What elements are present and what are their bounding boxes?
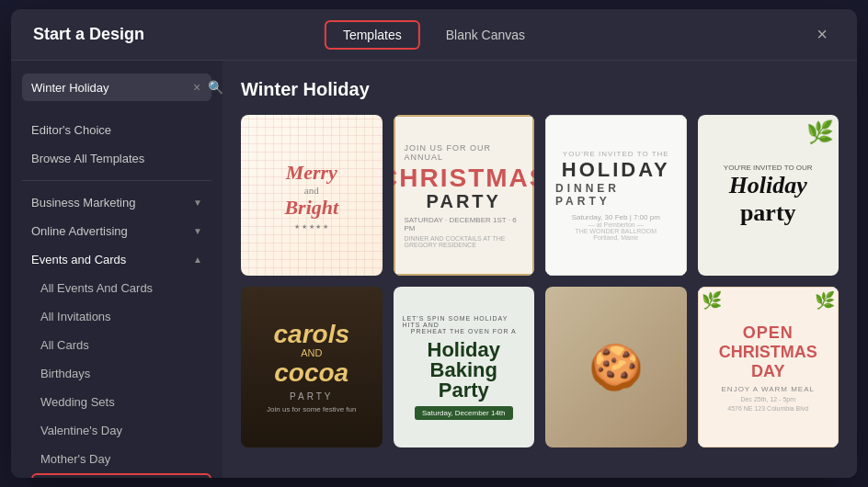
start-a-design-modal: Start a Design Templates Blank Canvas × … xyxy=(11,9,857,478)
template-card-merry-bright[interactable]: Merry and Bright ★ ★ ★ ★ ★ xyxy=(241,115,383,276)
search-input[interactable] xyxy=(31,81,186,95)
template-preview-cookies: 🍪 xyxy=(545,287,687,447)
template-card-open-christmas[interactable]: 🌿 🌿 OPEN CHRISTMAS DAY ENJOY A WARM MEAL… xyxy=(698,287,839,447)
sidebar-item-all-cards[interactable]: All Cards xyxy=(31,331,211,359)
header-tabs: Templates Blank Canvas xyxy=(325,20,543,50)
template-card-carols-cocoa[interactable]: carols AND cocoa PARTY Join us for some … xyxy=(241,287,383,447)
template-preview-holiday-dinner: YOU'RE INVITED TO THE HOLIDAY DINNER PAR… xyxy=(545,115,687,276)
chevron-up-icon: ▲ xyxy=(193,255,202,265)
template-card-christmas-party[interactable]: JOIN US FOR OUR ANNUAL CHRISTMAS PARTY S… xyxy=(394,115,535,276)
template-card-holiday-dinner[interactable]: YOU'RE INVITED TO THE HOLIDAY DINNER PAR… xyxy=(545,115,687,276)
template-preview-open-christmas: 🌿 🌿 OPEN CHRISTMAS DAY ENJOY A WARM MEAL… xyxy=(698,287,839,447)
sidebar-item-browse-all[interactable]: Browse All Templates xyxy=(22,144,211,173)
chevron-down-icon: ▼ xyxy=(193,226,202,236)
sidebar-item-birthdays[interactable]: Birthdays xyxy=(31,359,211,388)
sidebar-item-editors-choice[interactable]: Editor's Choice xyxy=(22,116,211,144)
events-and-cards-submenu: All Events And Cards All Invitations All… xyxy=(22,274,211,478)
templates-grid: Merry and Bright ★ ★ ★ ★ ★ JOIN US FOR O… xyxy=(241,115,839,447)
sidebar-item-mothers-day[interactable]: Mother's Day xyxy=(31,445,211,473)
search-bar: × 🔍 xyxy=(22,74,211,101)
tab-templates[interactable]: Templates xyxy=(325,20,420,50)
tab-blank-canvas[interactable]: Blank Canvas xyxy=(428,20,543,50)
modal-body: × 🔍 Editor's Choice Browse All Templates… xyxy=(11,61,857,478)
chevron-down-icon: ▼ xyxy=(193,198,202,208)
sidebar-item-valentines-day[interactable]: Valentine's Day xyxy=(31,416,211,445)
sidebar-item-wedding-sets[interactable]: Wedding Sets xyxy=(31,388,211,416)
main-content: Winter Holiday Merry and Bright ★ ★ ★ ★ … xyxy=(223,61,857,478)
template-preview-holiday-party: 🌿 YOU'RE INVITED TO OUR Holiday party xyxy=(698,115,839,276)
template-preview-carols: carols AND cocoa PARTY Join us for some … xyxy=(241,287,383,447)
sidebar-item-all-invitations[interactable]: All Invitations xyxy=(31,302,211,331)
search-icon[interactable]: 🔍 xyxy=(208,80,223,95)
quick-links: Editor's Choice Browse All Templates xyxy=(11,116,223,173)
template-preview-merry: Merry and Bright ★ ★ ★ ★ ★ xyxy=(284,161,338,231)
sidebar-category-online-advertising[interactable]: Online Advertising ▼ xyxy=(22,217,211,245)
template-card-cookies[interactable]: 🍪 xyxy=(545,287,687,447)
divider-1 xyxy=(22,180,211,181)
modal-title: Start a Design xyxy=(33,25,144,44)
sidebar-category-events-and-cards[interactable]: Events and Cards ▲ xyxy=(22,245,211,274)
template-card-baking-party[interactable]: LET'S SPIN SOME HOLIDAY HITS AND PREHEAT… xyxy=(394,287,535,447)
close-button[interactable]: × xyxy=(809,22,835,48)
template-preview-christmas: JOIN US FOR OUR ANNUAL CHRISTMAS PARTY S… xyxy=(394,115,535,276)
sidebar-item-winter-holiday[interactable]: Winter Holiday xyxy=(31,473,211,478)
sidebar-item-all-events[interactable]: All Events And Cards xyxy=(31,274,211,302)
search-clear-button[interactable]: × xyxy=(193,80,200,95)
template-preview-baking: LET'S SPIN SOME HOLIDAY HITS AND PREHEAT… xyxy=(394,287,535,447)
sidebar: × 🔍 Editor's Choice Browse All Templates… xyxy=(11,61,223,478)
categories: Business Marketing ▼ Online Advertising … xyxy=(11,188,223,478)
section-title: Winter Holiday xyxy=(241,79,839,100)
sidebar-category-business-marketing[interactable]: Business Marketing ▼ xyxy=(22,188,211,217)
modal-header: Start a Design Templates Blank Canvas × xyxy=(11,9,857,61)
template-card-holiday-party[interactable]: 🌿 YOU'RE INVITED TO OUR Holiday party xyxy=(698,115,839,276)
